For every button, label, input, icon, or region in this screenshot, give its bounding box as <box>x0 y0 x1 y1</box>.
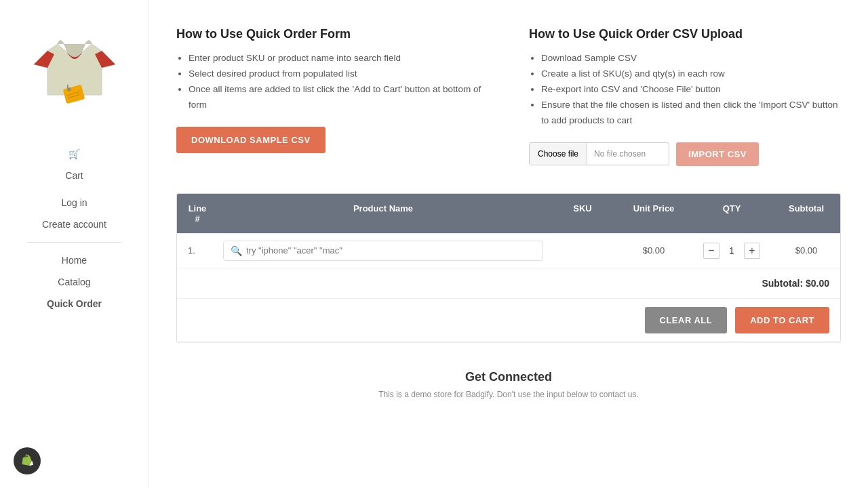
quick-order-form-title: How to Use Quick Order Form <box>176 27 488 41</box>
cart-label: Cart <box>14 165 135 186</box>
subtotal-cell: $0.00 <box>772 237 840 264</box>
step-2: Select desired product from populated li… <box>189 66 488 82</box>
file-input-wrapper: Choose file No file chosen <box>529 142 669 165</box>
file-name-display: No file chosen <box>587 149 669 159</box>
main-content: How to Use Quick Order Form Enter produc… <box>149 0 868 488</box>
qty-cell: − 1 + <box>691 235 772 267</box>
subtotal-value: $0.00 <box>806 278 829 289</box>
table-header: Line # Product Name SKU Unit Price QTY S… <box>177 194 840 233</box>
col-header-qty: QTY <box>691 194 772 233</box>
logo-image <box>34 27 115 110</box>
csv-step-2: Create a list of SKU(s) and qty(s) in ea… <box>541 66 841 82</box>
col-header-unit-price: Unit Price <box>616 194 691 233</box>
footer-title: Get Connected <box>190 370 827 384</box>
unit-price-cell: $0.00 <box>616 237 691 264</box>
subtotal-label: Subtotal: <box>762 278 803 289</box>
info-row: How to Use Quick Order Form Enter produc… <box>176 27 841 166</box>
sidebar-navigation: 🛒 Cart Log in Create account Home Catalo… <box>14 138 135 314</box>
quick-order-table: Line # Product Name SKU Unit Price QTY S… <box>176 193 841 342</box>
step-1: Enter product SKU or product name into s… <box>189 51 488 66</box>
shopify-badge[interactable] <box>14 447 41 474</box>
sidebar-item-login[interactable]: Log in <box>14 192 135 214</box>
sidebar-item-quick-order[interactable]: Quick Order <box>14 293 135 314</box>
csv-upload-info: How to Use Quick Order CSV Upload Downlo… <box>529 27 841 166</box>
qty-value: 1 <box>725 245 738 256</box>
col-header-subtotal: Subtotal <box>772 194 840 233</box>
quick-order-form-steps: Enter product SKU or product name into s… <box>176 51 488 113</box>
cart-icon: 🛒 <box>14 143 135 165</box>
sidebar-item-catalog[interactable]: Catalog <box>14 271 135 293</box>
sku-cell <box>549 243 616 259</box>
add-to-cart-button[interactable]: ADD TO CART <box>735 307 829 333</box>
action-row: CLEAR ALL ADD TO CART <box>177 298 840 342</box>
step-3: Once all items are added to list click t… <box>189 82 488 113</box>
col-header-line: Line # <box>177 194 218 233</box>
clear-all-button[interactable]: CLEAR ALL <box>645 307 728 333</box>
product-search-input[interactable] <box>246 245 536 256</box>
sidebar-item-home[interactable]: Home <box>14 249 135 271</box>
csv-upload-title: How to Use Quick Order CSV Upload <box>529 27 841 41</box>
product-search-cell: 🔍 <box>218 234 549 268</box>
table-row: 1. 🔍 $0.00 − 1 + $0.00 <box>177 233 840 268</box>
qty-control: − 1 + <box>699 243 764 259</box>
sidebar-divider <box>27 242 121 243</box>
csv-upload-steps: Download Sample CSV Create a list of SKU… <box>529 51 841 129</box>
csv-step-3: Re-export into CSV and 'Choose File' but… <box>541 82 841 98</box>
line-number: 1. <box>177 237 218 264</box>
csv-step-1: Download Sample CSV <box>541 51 841 66</box>
footer: Get Connected This is a demo store for B… <box>176 342 841 413</box>
import-csv-button[interactable]: IMPORT CSV <box>676 142 759 166</box>
col-header-sku: SKU <box>549 194 616 233</box>
sidebar-item-cart[interactable]: 🛒 Cart <box>14 138 135 192</box>
qty-decrease-button[interactable]: − <box>703 243 719 259</box>
qty-increase-button[interactable]: + <box>744 243 760 259</box>
quick-order-form-info: How to Use Quick Order Form Enter produc… <box>176 27 488 166</box>
search-input-wrapper[interactable]: 🔍 <box>223 241 543 261</box>
footer-description: This is a demo store for Badgify. Don't … <box>190 390 827 399</box>
download-sample-csv-button[interactable]: DOWNLOAD SAMPLE CSV <box>176 127 326 153</box>
choose-file-button[interactable]: Choose file <box>530 143 587 165</box>
sidebar: 🛒 Cart Log in Create account Home Catalo… <box>0 0 149 488</box>
search-icon: 🔍 <box>231 245 242 256</box>
col-header-product: Product Name <box>218 194 549 233</box>
csv-step-4: Ensure that the file chosen is listed an… <box>541 98 841 129</box>
order-subtotal-row: Subtotal: $0.00 <box>177 268 840 298</box>
sidebar-item-create-account[interactable]: Create account <box>14 214 135 235</box>
